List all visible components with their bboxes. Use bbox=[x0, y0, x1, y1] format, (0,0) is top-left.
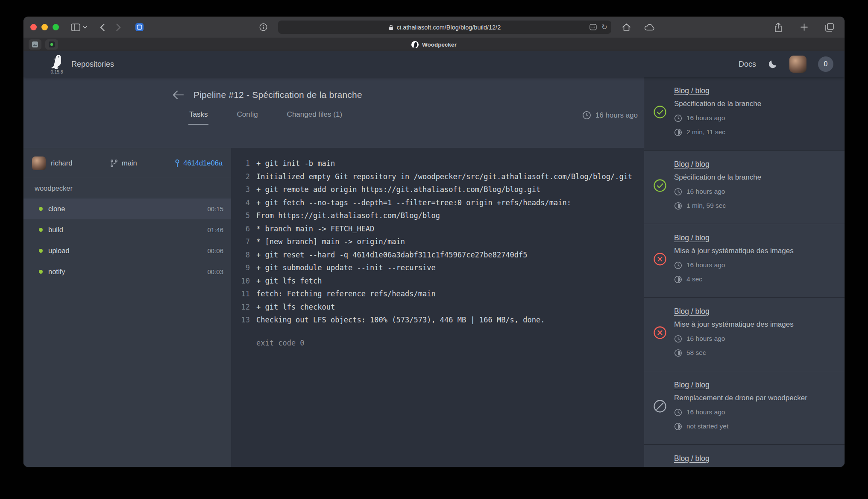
build-card[interactable]: Blog / blog Remplacement de drone par wo… bbox=[644, 371, 845, 445]
back-arrow-icon[interactable] bbox=[172, 90, 184, 100]
step-duration: 00:06 bbox=[207, 247, 223, 254]
log-line-number: 7 bbox=[231, 235, 250, 248]
tab-config[interactable]: Config bbox=[236, 110, 258, 125]
build-meta: richard main bbox=[23, 148, 231, 178]
page-options-icon[interactable] bbox=[589, 24, 597, 30]
traffic-lights bbox=[30, 24, 59, 30]
address-bar[interactable]: ci.athaliasoft.com/Blog/blog/build/12/2 … bbox=[278, 21, 611, 34]
lock-icon bbox=[389, 24, 393, 30]
chevron-down-icon[interactable] bbox=[82, 21, 88, 34]
log-line: 5 From https://git.athaliasoft.com/Blog/… bbox=[231, 209, 644, 222]
active-browser-tab[interactable]: Woodpecker bbox=[23, 38, 845, 51]
tab-overview-icon[interactable] bbox=[824, 21, 836, 34]
commit-hash: 4614d1e06a bbox=[183, 159, 223, 167]
log-line-text: Initialized empty Git repository in /woo… bbox=[250, 170, 632, 183]
bookmark-app-icon[interactable] bbox=[133, 21, 145, 34]
page-title: Pipeline #12 - Spécification de la branc… bbox=[194, 90, 362, 100]
user-avatar[interactable] bbox=[789, 56, 806, 73]
forward-button[interactable] bbox=[112, 21, 124, 34]
log-line-number: 8 bbox=[231, 248, 250, 262]
clock-icon bbox=[674, 114, 682, 122]
repo-link[interactable]: Blog / blog bbox=[674, 159, 710, 169]
build-card[interactable]: Blog / blog Spécification de la branche … bbox=[644, 77, 845, 151]
close-window-button[interactable] bbox=[30, 24, 37, 30]
share-icon[interactable] bbox=[772, 21, 784, 34]
url-text: ci.athaliasoft.com/Blog/blog/build/12/2 bbox=[397, 24, 501, 31]
log-line: 8 + git reset --hard -q 4614d1e06a3dabf3… bbox=[231, 248, 644, 262]
step-notify[interactable]: notify 00:03 bbox=[23, 261, 231, 282]
woodpecker-favicon bbox=[411, 41, 419, 48]
log-line-number: 11 bbox=[231, 287, 250, 301]
duration-icon bbox=[674, 202, 682, 210]
branch-info: main bbox=[110, 159, 137, 168]
zoom-window-button[interactable] bbox=[53, 24, 59, 30]
repo-link[interactable]: Blog / blog bbox=[674, 86, 710, 96]
log-line-text: + git remote add origin https://git.atha… bbox=[250, 183, 540, 196]
reload-icon[interactable]: ↻ bbox=[601, 24, 607, 31]
build-card[interactable]: Blog / blog Spécification de la branche … bbox=[644, 151, 845, 224]
notification-badge[interactable]: 0 bbox=[818, 56, 833, 72]
minimize-window-button[interactable] bbox=[41, 24, 48, 30]
woodpecker-logo-icon bbox=[50, 54, 64, 70]
duration-icon bbox=[674, 275, 682, 283]
time-ago-text: 16 hours ago bbox=[595, 111, 638, 120]
info-icon[interactable] bbox=[257, 21, 269, 34]
steps-list: clone 00:15 build 01:46 upload 00:06 not… bbox=[23, 198, 231, 282]
work-row: richard main bbox=[23, 148, 644, 467]
repo-link[interactable]: Blog / blog bbox=[674, 306, 710, 316]
author-name: richard bbox=[51, 159, 72, 167]
new-tab-icon[interactable] bbox=[798, 21, 810, 34]
build-duration-row: 58 sec bbox=[674, 348, 837, 358]
build-duration-row: 4 sec bbox=[674, 274, 837, 284]
repo-link[interactable]: Blog / blog bbox=[674, 233, 710, 243]
repo-link[interactable]: Blog / blog bbox=[674, 380, 710, 390]
app-logo[interactable]: 0.15.8 bbox=[50, 54, 64, 74]
repo-link[interactable]: Blog / blog bbox=[674, 453, 710, 464]
dark-mode-toggle-icon[interactable] bbox=[768, 59, 778, 69]
log-line: 3 + git remote add origin https://git.at… bbox=[231, 183, 644, 196]
home-icon[interactable] bbox=[620, 21, 632, 34]
sidebar-toggle-icon[interactable] bbox=[70, 21, 82, 34]
build-time-row: 16 hours ago bbox=[674, 334, 837, 344]
step-upload[interactable]: upload 00:06 bbox=[23, 240, 231, 261]
build-message: Spécification de la branche bbox=[674, 99, 837, 109]
log-line-text: From https://git.athaliasoft.com/Blog/bl… bbox=[250, 209, 440, 222]
log-line-number: 9 bbox=[231, 261, 250, 275]
step-build[interactable]: build 01:46 bbox=[23, 219, 231, 240]
log-line-number: 5 bbox=[231, 209, 250, 222]
build-card[interactable]: Blog / blog Mise à jour systématique des… bbox=[644, 224, 845, 298]
log-line-text: + git reset --hard -q 4614d1e06a3dabf311… bbox=[250, 248, 528, 262]
browser-tab-title: Woodpecker bbox=[422, 41, 457, 48]
clock-icon bbox=[674, 335, 682, 343]
build-card[interactable]: Blog / blog Mise à jour systématique des… bbox=[644, 298, 845, 371]
tab-changed-files-1[interactable]: Changed files (1) bbox=[286, 110, 343, 125]
pipeline-tabs: TasksConfigChanged files (1) bbox=[188, 110, 343, 125]
build-time-row: 16 hours ago bbox=[674, 260, 837, 270]
step-clone[interactable]: clone 00:15 bbox=[23, 198, 231, 219]
exit-code: exit code 0 bbox=[231, 339, 644, 347]
duration-icon bbox=[674, 422, 682, 431]
build-card[interactable]: Blog / blog bbox=[644, 445, 845, 467]
commit-link[interactable]: 4614d1e06a bbox=[174, 159, 223, 168]
cloud-icon[interactable] bbox=[643, 21, 655, 34]
app-version: 0.15.8 bbox=[50, 69, 63, 74]
nav-repositories[interactable]: Repositories bbox=[71, 60, 114, 69]
pipeline-time: 16 hours ago bbox=[582, 111, 638, 125]
log-line-number: 1 bbox=[231, 157, 250, 170]
tab-tasks[interactable]: Tasks bbox=[188, 110, 208, 125]
log-line-number: 10 bbox=[231, 275, 250, 288]
docs-link[interactable]: Docs bbox=[739, 60, 756, 69]
step-status-dot bbox=[39, 207, 43, 211]
tabs-row: TasksConfigChanged files (1) 16 hours ag… bbox=[172, 110, 638, 125]
clock-icon bbox=[674, 188, 682, 196]
build-status-icon bbox=[653, 179, 667, 192]
log-line-text: + git init -b main bbox=[250, 157, 335, 170]
log-line-text: fetch: Fetching reference refs/heads/mai… bbox=[250, 287, 436, 301]
log-line-number: 2 bbox=[231, 170, 250, 183]
log-line: 11 fetch: Fetching reference refs/heads/… bbox=[231, 287, 644, 301]
back-button[interactable] bbox=[96, 21, 108, 34]
build-status-icon bbox=[653, 252, 667, 266]
branch-name: main bbox=[122, 159, 137, 167]
pipeline-main: Pipeline #12 - Spécification de la branc… bbox=[23, 77, 644, 467]
log-line-text: Checking out LFS objects: 100% (573/573)… bbox=[250, 313, 545, 327]
